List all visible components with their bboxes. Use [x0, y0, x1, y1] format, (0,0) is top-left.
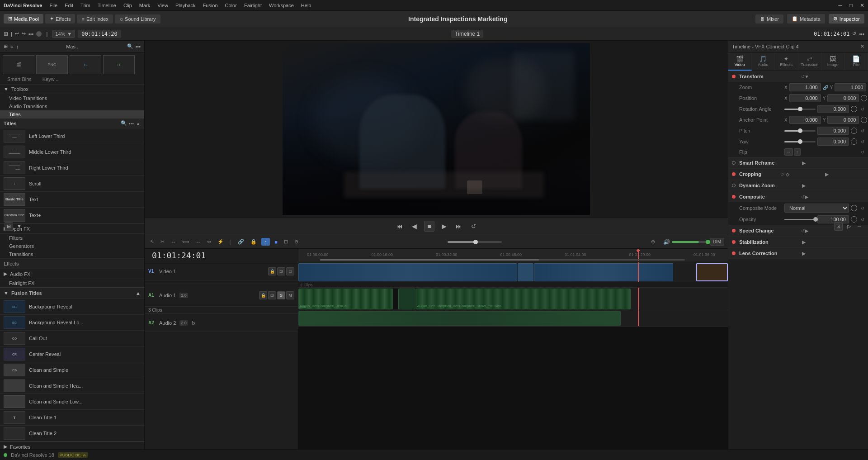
trim-tool-btn[interactable]: ↔ [169, 238, 178, 246]
speed-change-reset-btn[interactable]: ↺ [801, 228, 805, 233]
menu-playback[interactable]: Playback [175, 3, 196, 8]
position-keyframe-btn[interactable] [861, 95, 867, 101]
video-clip-group2[interactable] [534, 263, 673, 281]
sort-icon[interactable]: ↕ [16, 44, 19, 49]
title-item-left-lower-third[interactable]: ─────── Left Lower Third [0, 128, 144, 144]
slide-btn[interactable]: ⇔ [205, 238, 213, 246]
razor-btn[interactable]: ⚡ [216, 238, 226, 246]
timeline-name[interactable]: Timeline 1 [451, 30, 483, 38]
frame-selector-btn[interactable]: ⊞ [5, 222, 13, 231]
fusion-clean-simple-low[interactable]: Clean and Simple Low... [0, 394, 144, 410]
zoom-out-btn[interactable]: ⊖ [292, 238, 300, 246]
media-pool-button[interactable]: ⊞ Media Pool [4, 14, 43, 24]
menu-trim[interactable]: Trim [80, 3, 90, 8]
audio-fx-header[interactable]: ▶ Audio FX [0, 269, 144, 279]
fusion-clean-title-2[interactable]: Clean Title 2 [0, 426, 144, 441]
menu-file[interactable]: File [49, 3, 57, 8]
menu-help[interactable]: Help [301, 3, 311, 8]
titles-search-icon[interactable]: 🔍 [121, 120, 127, 126]
composite-mode-select[interactable]: Normal [784, 204, 849, 213]
inspector-tab-audio[interactable]: 🎵 Audio [752, 52, 775, 71]
pitch-slider[interactable] [784, 130, 816, 132]
transform-header[interactable]: Transform ↺ ▼ [728, 71, 868, 82]
audio-clip-3[interactable]: Audiio_BenCampbell_BenCampbell_Snow_Inst… [416, 289, 631, 309]
yaw-keyframe-btn[interactable] [851, 138, 857, 145]
menu-mark[interactable]: Mark [139, 3, 150, 8]
volume-slider[interactable] [672, 241, 708, 243]
yaw-slider[interactable] [784, 141, 816, 142]
media-item-timeline1[interactable]: TL Timeline 1 [70, 55, 101, 74]
title-item-right-lower-third[interactable]: ─────── Right Lower Third [0, 160, 144, 176]
opacity-slider[interactable] [784, 219, 816, 220]
title-item-text-plus[interactable]: Custom Title Text+ [0, 208, 144, 223]
fairlight-fx-item[interactable]: Fairlight FX [0, 279, 144, 287]
dynamic-zoom-header[interactable]: Dynamic Zoom ▶ [728, 180, 868, 191]
window-maximize[interactable]: □ [849, 2, 853, 9]
v1-eye-btn[interactable]: ⊡ [277, 267, 285, 275]
open-fx-generators[interactable]: Generators [0, 242, 144, 250]
rotation-reset-btn[interactable]: ↺ [861, 107, 864, 112]
v1-link-btn[interactable]: □ [286, 267, 294, 275]
a1-m-btn[interactable]: M [286, 291, 294, 299]
color-btn[interactable]: ■ [273, 238, 279, 246]
position-x-input[interactable] [789, 94, 821, 102]
composite-reset-btn[interactable]: ↺ [801, 194, 805, 199]
timeline-ruler[interactable]: 01:00:00:00 01:00:16:00 01:00:32:00 01:0… [298, 249, 728, 261]
window-minimize[interactable]: ─ [838, 2, 842, 9]
fusion-clean-simple-hea[interactable]: Clean and Simple Hea... [0, 378, 144, 394]
menu-fairlight[interactable]: Fairlight [244, 3, 262, 8]
title-item-text[interactable]: Basic Title Text [0, 192, 144, 208]
yaw-input[interactable] [817, 138, 849, 146]
position-y-input[interactable] [827, 94, 859, 102]
smart-bins-label[interactable]: Smart Bins [4, 75, 35, 83]
inspector-tab-image[interactable]: 🖼 Image [821, 52, 845, 71]
smart-reframe-header[interactable]: Smart Reframe ▶ [728, 157, 868, 168]
a1-lock-btn[interactable]: 🔒 [259, 291, 267, 299]
transform-reset-btn[interactable]: ↺ [801, 74, 805, 79]
loop-btn[interactable]: ↺ [469, 221, 478, 232]
pause-btn[interactable]: ■ [424, 221, 434, 232]
audio2-clip[interactable] [298, 311, 621, 326]
anchor-y-input[interactable] [827, 116, 859, 124]
snap-btn[interactable]: ⋮ [261, 238, 270, 246]
title-item-scroll[interactable]: ↕ Scroll [0, 176, 144, 192]
flip-horizontal-btn[interactable]: ↔ [784, 148, 793, 156]
inspector-collapse-icon[interactable]: ✕ [860, 43, 864, 49]
zoom-slider[interactable] [448, 241, 502, 243]
lens-correction-header[interactable]: Lens Correction ▶ [728, 248, 868, 259]
edit-index-button[interactable]: ≡ Edit Index [77, 14, 113, 24]
titles-collapse-icon[interactable]: ▲ [136, 121, 141, 126]
media-item-particle[interactable]: 🎬 ParticleIllus... [3, 55, 34, 74]
end-btn[interactable]: ⊣ [855, 222, 863, 231]
lock-btn[interactable]: 🔒 [249, 238, 259, 246]
menu-color[interactable]: Color [225, 3, 237, 8]
yaw-reset-btn[interactable]: ↺ [861, 139, 864, 144]
titles-more-icon[interactable]: ••• [129, 121, 134, 126]
open-fx-transitions[interactable]: Transitions [0, 250, 144, 258]
inspector-tab-effects[interactable]: ✦ Effects [775, 52, 798, 71]
fusion-center-reveal[interactable]: CR Center Reveal [0, 346, 144, 362]
fusion-titles-collapse[interactable]: ▲ [136, 290, 141, 296]
transport-dropdown[interactable]: ▼ [15, 222, 24, 231]
more-tools-btn[interactable]: ⊡ [282, 238, 290, 246]
toolbox-header[interactable]: ▼ Toolbox [0, 85, 144, 94]
dim-button[interactable]: DIM [710, 238, 724, 246]
anchor-x-input[interactable] [789, 116, 821, 124]
media-item-timeline2[interactable]: TL Timeline 2 [103, 55, 135, 74]
stabilization-header[interactable]: Stabilization ▶ [728, 237, 868, 247]
video-clip-group1[interactable] [298, 263, 517, 281]
zoom-x-input[interactable] [789, 83, 821, 91]
rec-btn[interactable] [36, 31, 42, 37]
pitch-input[interactable] [817, 127, 849, 135]
zoom-control[interactable]: 14% ▼ [52, 30, 75, 38]
sec-more2[interactable]: ••• [859, 31, 864, 37]
menu-workspace[interactable]: Workspace [269, 3, 294, 8]
inspector-tab-video[interactable]: 🎬 Video [728, 52, 752, 71]
menu-edit[interactable]: Edit [65, 3, 73, 8]
metadata-button[interactable]: 📋 Metadata [787, 14, 825, 24]
menu-timeline[interactable]: Timeline [98, 3, 116, 8]
refresh-icon[interactable]: ↺ [852, 31, 856, 37]
menu-fusion[interactable]: Fusion [203, 3, 218, 8]
undo-icon[interactable]: ↩ [15, 31, 19, 37]
v1-lock-btn[interactable]: 🔒 [268, 267, 276, 275]
